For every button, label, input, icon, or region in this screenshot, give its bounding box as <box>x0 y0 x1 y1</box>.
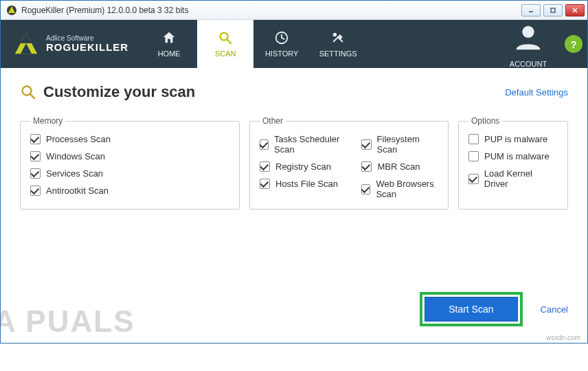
checkbox-icon <box>361 139 371 150</box>
default-settings-link[interactable]: Default Settings <box>505 87 568 98</box>
svg-line-11 <box>30 94 34 98</box>
tab-scan-label: SCAN <box>215 49 236 58</box>
app-icon <box>6 5 17 16</box>
page-title-wrap: Customize your scan <box>20 83 195 101</box>
check-web-browsers-scan[interactable]: Web Browsers Scan <box>361 179 438 199</box>
check-label: Web Browsers Scan <box>376 179 438 199</box>
check-hosts-file-scan[interactable]: Hosts File Scan <box>260 179 342 189</box>
check-label: Filesystem Scan <box>377 134 438 155</box>
check-processes-scan[interactable]: Processes Scan <box>30 134 229 144</box>
checkbox-icon <box>468 174 479 184</box>
tab-scan[interactable]: SCAN <box>197 20 253 68</box>
watermark-small: wsxdn.com <box>546 334 580 341</box>
tab-home[interactable]: HOME <box>141 20 197 68</box>
check-label: Windows Scan <box>46 151 105 161</box>
check-label: Services Scan <box>46 168 103 179</box>
check-windows-scan[interactable]: Windows Scan <box>30 151 229 161</box>
header-row: Customize your scan Default Settings <box>20 83 568 101</box>
check-tasks-scheduler-scan[interactable]: Tasks Scheduler Scan <box>260 134 342 155</box>
check-label: Tasks Scheduler Scan <box>274 134 342 155</box>
group-options: Options PUP is malware PUM is malware Lo… <box>458 116 568 210</box>
tab-home-label: HOME <box>158 49 181 58</box>
window-controls <box>521 4 585 16</box>
home-icon <box>161 30 177 45</box>
start-scan-highlight: Start Scan <box>420 292 522 326</box>
check-label: Load Kernel Driver <box>484 168 558 189</box>
svg-point-9 <box>522 26 534 38</box>
check-label: Processes Scan <box>46 134 111 144</box>
help-button[interactable]: ? <box>565 35 583 53</box>
check-antirootkit-scan[interactable]: Antirootkit Scan <box>30 186 229 196</box>
app-window: RogueKiller (Premium) 12.0.0.0 beta 3 32… <box>0 0 588 344</box>
checkbox-icon <box>361 184 370 194</box>
checkbox-icon <box>30 134 41 144</box>
group-memory: Memory Processes Scan Windows Scan Servi… <box>20 116 240 210</box>
tab-account[interactable]: ACCOUNT <box>497 20 560 68</box>
maximize-button[interactable] <box>543 4 563 16</box>
check-pup-is-malware[interactable]: PUP is malware <box>468 134 558 144</box>
check-filesystem-scan[interactable]: Filesystem Scan <box>361 134 438 155</box>
check-label: PUP is malware <box>484 134 547 144</box>
minimize-button[interactable] <box>521 4 541 16</box>
group-options-legend: Options <box>468 116 502 126</box>
search-icon <box>218 30 233 45</box>
checkbox-icon <box>30 168 41 179</box>
group-other: Other Tasks Scheduler Scan Registry Scan… <box>249 116 449 210</box>
start-scan-button[interactable]: Start Scan <box>425 297 517 322</box>
brand: Adlice Software ROGUEKILLER <box>1 20 141 68</box>
groups: Memory Processes Scan Windows Scan Servi… <box>20 116 568 210</box>
titlebar: RogueKiller (Premium) 12.0.0.0 beta 3 32… <box>1 1 587 20</box>
history-icon <box>274 30 289 45</box>
cancel-link[interactable]: Cancel <box>541 304 568 315</box>
watermark: A PUALS <box>0 304 135 339</box>
checkbox-icon <box>361 161 372 172</box>
svg-point-8 <box>334 34 337 36</box>
check-services-scan[interactable]: Services Scan <box>30 168 229 179</box>
close-button[interactable] <box>565 4 585 16</box>
logo-icon <box>13 31 39 57</box>
check-label: Hosts File Scan <box>275 179 338 189</box>
group-other-legend: Other <box>260 116 286 126</box>
svg-line-6 <box>227 40 231 44</box>
check-pum-is-malware[interactable]: PUM is malware <box>468 151 558 161</box>
tab-settings[interactable]: SETTINGS <box>310 20 366 68</box>
tab-history-label: HISTORY <box>265 49 299 58</box>
brand-line2: ROGUEKILLER <box>46 42 128 54</box>
content: Customize your scan Default Settings Mem… <box>1 68 587 343</box>
tab-settings-label: SETTINGS <box>319 49 357 58</box>
checkbox-icon <box>260 139 269 150</box>
check-load-kernel-driver[interactable]: Load Kernel Driver <box>468 168 558 189</box>
window-title: RogueKiller (Premium) 12.0.0.0 beta 3 32… <box>21 5 521 15</box>
check-label: PUM is malware <box>484 151 550 161</box>
checkbox-icon <box>30 186 41 196</box>
check-mbr-scan[interactable]: MBR Scan <box>361 161 438 172</box>
tab-history[interactable]: HISTORY <box>253 20 310 68</box>
account-icon <box>510 20 546 56</box>
search-icon <box>20 84 36 100</box>
group-memory-legend: Memory <box>30 116 65 126</box>
checkbox-icon <box>30 151 41 161</box>
svg-rect-2 <box>551 8 555 12</box>
page-title: Customize your scan <box>43 83 195 101</box>
footer-row: Start Scan Cancel <box>420 292 568 326</box>
check-label: Registry Scan <box>275 161 331 172</box>
check-label: Antirootkit Scan <box>46 186 109 196</box>
checkbox-icon <box>468 151 479 161</box>
checkbox-icon <box>260 179 270 189</box>
check-label: MBR Scan <box>377 161 420 172</box>
settings-icon <box>330 30 346 45</box>
top-nav: Adlice Software ROGUEKILLER HOME SCAN HI… <box>1 20 587 68</box>
tab-account-label: ACCOUNT <box>510 60 547 68</box>
checkbox-icon <box>468 134 479 144</box>
brand-text: Adlice Software ROGUEKILLER <box>46 34 128 54</box>
tabs: HOME SCAN HISTORY SETTINGS <box>141 20 366 68</box>
check-registry-scan[interactable]: Registry Scan <box>260 161 342 172</box>
help-area: ? <box>560 20 587 68</box>
checkbox-icon <box>260 161 270 172</box>
